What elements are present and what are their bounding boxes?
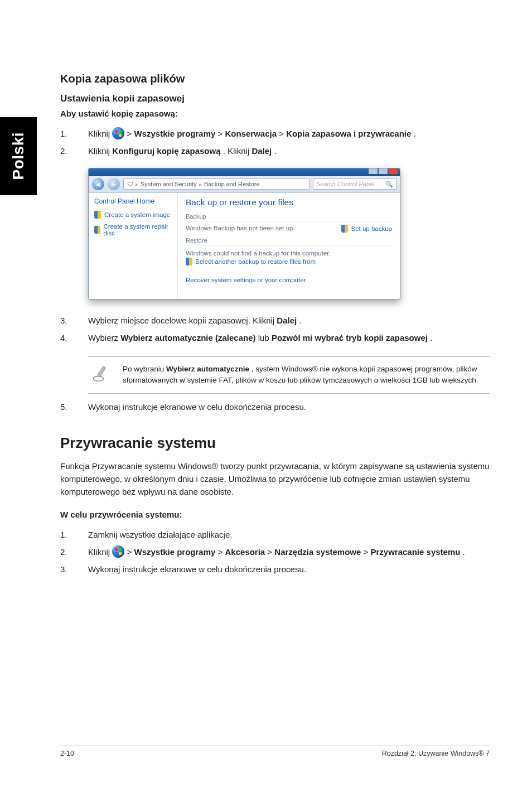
window-controls bbox=[369, 168, 398, 174]
restore-paragraph: Funkcja Przywracanie systemu Windows® tw… bbox=[60, 460, 490, 499]
text: Po wybraniu bbox=[123, 365, 166, 373]
shield-icon bbox=[94, 211, 101, 219]
steps-restore: 1. Zamknij wszystkie działające aplikacj… bbox=[60, 528, 490, 576]
bold: Pozwól mi wybrać tryb kopii zapasowej bbox=[272, 333, 428, 342]
link-label: Select another backup to restore files f… bbox=[195, 258, 316, 265]
backup-restore-window: ◄ ► 🛡 ▸ System and Security ▸ Backup and… bbox=[88, 168, 400, 299]
backup-group: Windows Backup has not been set up. Set … bbox=[186, 221, 392, 234]
nav-back-button[interactable]: ◄ bbox=[92, 178, 104, 190]
lead-set-backup: Aby ustawić kopię zapasową: bbox=[60, 109, 490, 118]
text: lub bbox=[258, 333, 272, 342]
text: Wybierz miejsce docelowe kopii zapasowej… bbox=[88, 316, 277, 325]
text: . bbox=[274, 146, 276, 156]
window-body: Control Panel Home Create a system image… bbox=[89, 193, 400, 299]
text: . bbox=[299, 316, 301, 325]
start-orb-icon bbox=[112, 127, 124, 139]
restore-group: Windows could not find a backup for this… bbox=[186, 245, 392, 270]
text: > bbox=[364, 547, 371, 557]
shield-icon bbox=[341, 225, 348, 233]
text: > bbox=[127, 129, 134, 138]
svg-rect-1 bbox=[97, 366, 106, 376]
step-number: 2. bbox=[60, 144, 88, 157]
main-title: Back up or restore your files bbox=[186, 197, 392, 207]
nav-forward-button[interactable]: ► bbox=[108, 178, 120, 190]
shield-icon bbox=[186, 258, 192, 265]
page-content: Kopia zapasowa plików Ustawienia kopii z… bbox=[60, 73, 490, 586]
steps-set-backup-cont: 3. Wybierz miejsce docelowe kopii zapaso… bbox=[60, 314, 490, 345]
restore-status-text: Windows could not find a backup for this… bbox=[186, 250, 392, 257]
bold: Konserwacja bbox=[225, 129, 277, 138]
svg-point-0 bbox=[93, 376, 103, 381]
text: Kliknij bbox=[88, 146, 112, 156]
search-input[interactable]: Search Control Panel 🔍 bbox=[313, 178, 396, 190]
bold: Dalej bbox=[277, 316, 297, 325]
bold: Akcesoria bbox=[225, 547, 265, 557]
text: Kliknij bbox=[88, 547, 112, 557]
page-number: 2-10 bbox=[60, 750, 74, 757]
pencil-icon bbox=[92, 364, 111, 383]
step-body: Wykonaj instrukcje ekranowe w celu dokoń… bbox=[88, 563, 490, 576]
bold: Wybierz automatycznie bbox=[166, 365, 249, 373]
bold: Narzędzia systemowe bbox=[274, 547, 361, 557]
chapter-label: Rozdział 2: Używanie Windows® 7 bbox=[382, 750, 490, 757]
group-label-backup: Backup bbox=[186, 213, 392, 220]
text: Kliknij bbox=[88, 129, 112, 138]
step-body: Zamknij wszystkie działające aplikacje. bbox=[88, 528, 490, 541]
step-body: Wybierz miejsce docelowe kopii zapasowej… bbox=[88, 314, 490, 327]
search-icon: 🔍 bbox=[385, 181, 393, 188]
group-label-restore: Restore bbox=[186, 237, 392, 244]
step-body: Kliknij Konfiguruj kopię zapasową . Klik… bbox=[88, 144, 490, 157]
text: > bbox=[279, 129, 286, 138]
text: > bbox=[218, 547, 225, 557]
window-main: Back up or restore your files Backup Win… bbox=[178, 193, 400, 299]
language-tab: Polski bbox=[0, 117, 37, 195]
note-icon bbox=[90, 364, 113, 386]
language-label: Polski bbox=[9, 132, 27, 180]
text: > bbox=[127, 547, 134, 557]
text: > bbox=[267, 547, 274, 557]
step-body: Kliknij > Wszystkie programy > Akcesoria… bbox=[88, 545, 490, 558]
window-sidebar: Control Panel Home Create a system image… bbox=[89, 193, 178, 299]
bold: Wybierz automatycznie (zalecane) bbox=[120, 333, 255, 342]
step-number: 3. bbox=[60, 563, 88, 576]
setup-backup-link[interactable]: Set up backup bbox=[341, 225, 392, 233]
window-titlebar bbox=[89, 168, 400, 176]
text: > bbox=[218, 129, 225, 138]
link-label: Set up backup bbox=[351, 225, 392, 232]
sidebar-link-create-image[interactable]: Create a system image bbox=[94, 211, 172, 219]
breadcrumb[interactable]: 🛡 ▸ System and Security ▸ Backup and Res… bbox=[123, 178, 309, 190]
search-placeholder: Search Control Panel bbox=[316, 181, 375, 187]
step-number: 3. bbox=[60, 314, 88, 327]
select-another-backup-link[interactable]: Select another backup to restore files f… bbox=[186, 258, 392, 265]
minimize-button[interactable] bbox=[369, 168, 378, 174]
page-footer: 2-10 Rozdział 2: Używanie Windows® 7 bbox=[60, 746, 490, 757]
backup-status-text: Windows Backup has not been set up. bbox=[186, 225, 295, 231]
sidebar-link-create-repair-disc[interactable]: Create a system repair disc bbox=[94, 223, 172, 236]
text: . bbox=[414, 129, 416, 138]
step-number: 5. bbox=[60, 400, 88, 413]
sidebar-home-link[interactable]: Control Panel Home bbox=[94, 197, 172, 205]
recover-system-link[interactable]: Recover system settings or your computer bbox=[186, 277, 392, 283]
text: Wybierz bbox=[88, 333, 120, 342]
lead-restore: W celu przywrócenia systemu: bbox=[60, 510, 490, 519]
chevron-right-icon: ▸ bbox=[199, 181, 202, 187]
step-number: 1. bbox=[60, 528, 88, 541]
maximize-button[interactable] bbox=[379, 168, 388, 174]
close-button[interactable] bbox=[389, 168, 398, 174]
bold: Dalej bbox=[252, 146, 272, 156]
bold: Kopia zapasowa i przywracanie bbox=[286, 129, 411, 138]
link-label: Create a system repair disc bbox=[104, 223, 172, 236]
text: . bbox=[463, 547, 465, 557]
heading-backup-files: Kopia zapasowa plików bbox=[60, 73, 490, 85]
note-box: Po wybraniu Wybierz automatycznie , syst… bbox=[88, 356, 490, 394]
shield-icon bbox=[94, 226, 100, 234]
step-number: 2. bbox=[60, 545, 88, 558]
bold: Wszystkie programy bbox=[134, 129, 215, 138]
step-number: 4. bbox=[60, 331, 88, 344]
bold: Przywracanie systemu bbox=[370, 547, 460, 557]
bold: Konfiguruj kopię zapasową bbox=[112, 146, 220, 156]
text: . bbox=[430, 333, 432, 342]
chevron-right-icon: ▸ bbox=[136, 181, 138, 187]
steps-set-backup: 1. Kliknij > Wszystkie programy > Konser… bbox=[60, 127, 490, 158]
window-address-bar: ◄ ► 🛡 ▸ System and Security ▸ Backup and… bbox=[89, 176, 400, 193]
